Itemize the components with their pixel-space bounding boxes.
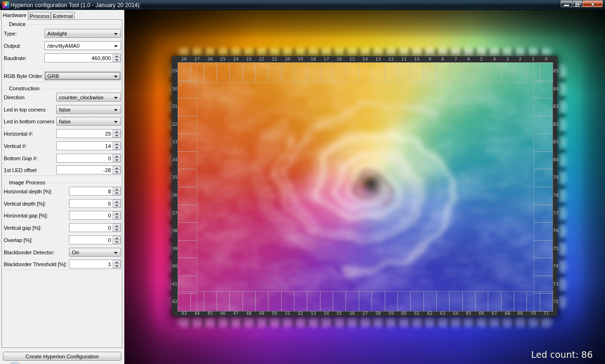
led-number: 69 [514,311,527,316]
dropdown-arrow-icon [114,109,118,111]
led-cell [346,62,359,83]
vertical-depth-spin-down-button[interactable] [112,203,121,208]
device-output-combobox[interactable]: /dev/ttyAMA0 [44,41,121,50]
led-cell [534,240,553,258]
led-number: 77 [553,211,559,216]
led-glow [230,48,242,57]
led-cell [178,222,197,241]
led-glow [334,48,345,57]
led-number: 63 [436,311,449,316]
vertical-depth-spinbox[interactable]: 5 [69,199,121,208]
spin-up-icon [115,167,119,169]
led-number: 15 [346,57,359,61]
led-cell [534,187,553,205]
led-glow [385,48,397,57]
horizontal-gap-spinbox[interactable]: 0 [69,211,121,220]
horizontal-count-label: Horizontal #: [4,131,33,137]
led-cell [534,116,553,134]
minimize-button[interactable] [560,0,573,8]
direction-value: counter_clockwise [59,95,104,100]
led-number: 37 [172,211,177,216]
led-number: 60 [398,311,410,316]
tab-hardware[interactable]: Hardware [1,10,28,20]
led-number: 42 [172,299,177,304]
blackborder-threshold-spin-down-button[interactable] [112,264,121,268]
bottom-gap-spinbox[interactable]: 0 [56,154,121,163]
led-glow-gap [435,48,438,56]
settings-panel: HardwareProcessExternal DeviceType:Adali… [0,10,124,364]
form-row: Directioncounter_clockwise [5,93,118,102]
led-cell [178,293,197,312]
vertical-gap-label: Vertical gap [%]: [4,225,42,231]
spin-down-icon [115,171,119,173]
vertical-gap-spin-down-button[interactable] [112,227,121,232]
bottom-gap-spin-down-button[interactable] [112,158,121,162]
horizontal-depth-spin-down-button[interactable] [112,191,121,195]
spin-down-icon [115,147,119,149]
horizontal-count-spin-down-button[interactable] [112,133,121,138]
first-led-offset-spin-down-button[interactable] [112,170,121,174]
led-cell [449,62,463,83]
create-configuration-button[interactable]: Create Hyperion Configuration [3,352,121,361]
form-row: Bottom Gap #:0 [5,154,118,163]
led-number: 53 [307,311,320,316]
vertical-count-spinbox[interactable]: 14 [56,141,121,150]
led-glow-gap [357,48,360,56]
first-led-offset-spinbox[interactable]: -28 [56,165,121,174]
led-glow-gap [215,48,218,56]
led-number: 79 [553,175,559,180]
form-row: Output:/dev/ttyAMA0 [5,41,118,50]
led-cell [359,291,372,312]
led-number: 82 [553,122,559,127]
led-cell [229,291,243,312]
group-title: Image Process [8,180,47,185]
led-cell [333,291,346,312]
led-top-corners-combobox[interactable]: false [56,105,121,114]
led-number: 51 [281,311,294,316]
tab-process[interactable]: Process [29,12,51,20]
led-glow [282,48,293,57]
tab-external[interactable]: External [51,12,75,20]
overlap-spin-down-button[interactable] [112,240,121,244]
led-cell [462,291,475,312]
blackborder-detector-value: On [72,250,79,255]
vertical-count-spin-down-button[interactable] [112,146,121,150]
spin-up-icon [115,156,119,157]
direction-combobox[interactable]: counter_clockwise [56,93,121,102]
horizontal-count-spinbox[interactable]: 29 [56,129,121,138]
led-glow [243,48,254,57]
rgb-byte-order-combobox[interactable]: GRB [44,71,121,80]
overlap-spinbox[interactable]: 0 [69,235,121,244]
tv-frame: 2843274426452546244723482249215020511952… [172,56,557,316]
led-number: 78 [553,193,559,198]
device-output-value: /dev/ttyAMA0 [47,43,79,49]
spin-down-icon [115,265,119,267]
led-number: 4 [488,57,501,61]
led-glow-gap [558,96,566,100]
led-cell [178,187,197,205]
device-type-combobox[interactable]: Adalight [44,29,121,38]
caption-buttons: x [561,0,603,8]
horizontal-depth-label: Horizontal depth [%]: [4,189,52,194]
blackborder-detector-combobox[interactable]: On [69,248,121,257]
led-number: 3 [501,57,514,61]
device-baudrate-spinbox[interactable]: 460,800 [44,53,121,62]
led-bottom-corners-combobox[interactable]: false [56,117,121,126]
led-glow-gap [448,318,451,327]
restore-button[interactable] [572,0,583,8]
led-cell [462,62,475,83]
led-preview: 2843274426452546244723482249215020511952… [124,10,605,364]
led-number: 85 [553,69,559,73]
close-button[interactable]: x [582,0,603,8]
led-number: 52 [294,311,307,316]
led-glow-gap [215,318,218,327]
horizontal-gap-spin-down-button[interactable] [112,215,121,219]
led-number: 48 [242,311,255,316]
blackborder-threshold-spinbox[interactable]: 1 [69,260,121,269]
horizontal-depth-spinbox[interactable]: 8 [69,187,121,196]
vertical-gap-spinbox[interactable]: 0 [69,223,121,232]
led-cell [281,62,294,83]
horizontal-gap-value: 0 [108,213,111,218]
led-glow [398,48,410,57]
device-baudrate-spin-down-button[interactable] [112,58,121,62]
